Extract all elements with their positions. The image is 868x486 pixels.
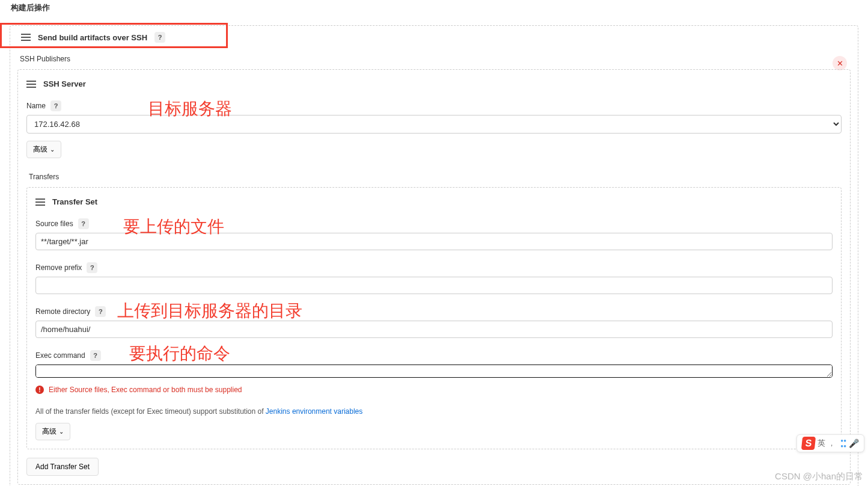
ime-language[interactable]: 英 — [818, 438, 825, 449]
drag-handle-icon[interactable] — [21, 34, 31, 41]
transfer-set-header: Transfer Set — [35, 194, 833, 214]
help-icon[interactable]: ? — [50, 100, 61, 111]
help-icon[interactable]: ? — [154, 32, 165, 43]
help-text-prefix: All of the transfer fields (except for E… — [35, 407, 266, 416]
ime-logo-icon[interactable]: S — [801, 437, 816, 450]
post-build-section: Send build artifacts over SSH ? ✕ SSH Pu… — [10, 25, 858, 486]
ssh-publishers-label: SSH Publishers — [20, 55, 848, 63]
help-icon[interactable]: ? — [90, 350, 101, 361]
advanced-label: 高级 — [42, 426, 57, 437]
remove-prefix-input[interactable] — [35, 277, 833, 294]
transfer-set-title: Transfer Set — [52, 197, 97, 206]
advanced-button[interactable]: 高级 ⌄ — [26, 141, 61, 158]
help-text: All of the transfer fields (except for E… — [35, 407, 833, 416]
name-label-row: Name ? — [26, 100, 842, 111]
remote-dir-label: Remote directory — [35, 307, 90, 316]
advanced-label: 高级 — [33, 144, 47, 155]
add-transfer-set-button[interactable]: Add Transfer Set — [26, 458, 99, 476]
drag-handle-icon[interactable] — [26, 81, 36, 88]
ime-comma: ， — [828, 438, 836, 449]
env-vars-link[interactable]: Jenkins environment variables — [266, 407, 362, 416]
source-files-label-row: Source files ? — [35, 218, 833, 229]
ssh-server-block: SSH Server Name ? 172.16.42.68 目标服务器 高级 … — [17, 69, 851, 485]
page-title: 构建后操作 — [11, 2, 858, 13]
name-label: Name — [26, 102, 46, 110]
drag-handle-icon[interactable] — [35, 198, 45, 206]
close-icon[interactable]: ✕ — [833, 56, 847, 70]
watermark: CSDN @小han的日常 — [775, 471, 863, 482]
ssh-server-header: SSH Server — [26, 76, 842, 96]
source-files-input[interactable] — [35, 233, 833, 250]
server-name-select[interactable]: 172.16.42.68 — [26, 115, 842, 134]
chevron-down-icon: ⌄ — [50, 146, 55, 153]
exec-cmd-label-row: Exec command ? — [35, 350, 833, 361]
ime-toolbar: S 英 ， ●●●● 🎤 — [796, 434, 864, 452]
ime-dots-icon[interactable]: ●●●● — [840, 438, 846, 449]
exec-cmd-input[interactable] — [35, 364, 833, 378]
error-row: ! Either Source files, Exec command or b… — [35, 386, 833, 394]
remove-prefix-label-row: Remove prefix ? — [35, 262, 833, 273]
help-icon[interactable]: ? — [87, 262, 97, 273]
transfer-set-block: Transfer Set Source files ? 要上传的文件 Remov… — [26, 187, 842, 449]
source-files-label: Source files — [35, 220, 73, 228]
ssh-server-title: SSH Server — [43, 79, 86, 88]
section-title: Send build artifacts over SSH — [38, 33, 147, 42]
transfers-label: Transfers — [29, 173, 839, 181]
help-icon[interactable]: ? — [95, 306, 106, 317]
chevron-down-icon: ⌄ — [59, 428, 64, 435]
remote-dir-label-row: Remote directory ? — [35, 306, 833, 317]
microphone-icon[interactable]: 🎤 — [849, 438, 859, 448]
advanced-button[interactable]: 高级 ⌄ — [35, 423, 70, 440]
exec-cmd-label: Exec command — [35, 351, 85, 360]
remote-dir-input[interactable] — [35, 321, 833, 338]
help-icon[interactable]: ? — [78, 218, 89, 229]
error-message: Either Source files, Exec command or bot… — [49, 386, 242, 394]
section-header: Send build artifacts over SSH ? — [17, 26, 851, 49]
remove-prefix-label: Remove prefix — [35, 263, 82, 272]
error-icon: ! — [35, 386, 44, 394]
